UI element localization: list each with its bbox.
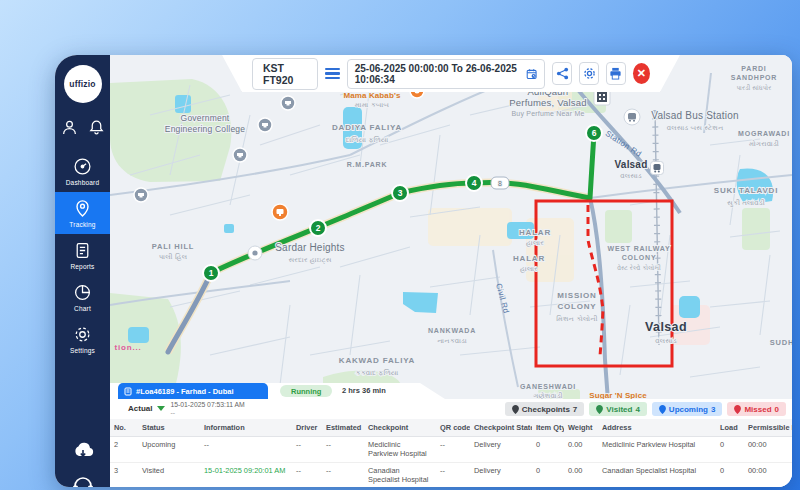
svg-text:Mama Kabab's: Mama Kabab's	[344, 91, 401, 100]
table-cell: Canadian Specialist Hospital	[598, 462, 716, 487]
table-cell: --	[436, 437, 470, 463]
svg-text:મોગરાવાડી: મોગરાવાડી	[749, 140, 779, 147]
svg-text:SUKI TALAVDI: SUKI TALAVDI	[714, 186, 778, 195]
share-icon	[556, 67, 569, 80]
trip-tab[interactable]: #Loa46189 - Farhad - Dubai	[118, 383, 268, 399]
table-cell: 00:00	[744, 462, 792, 487]
sidebar-nav: Dashboard Tracking Reports Chart	[55, 150, 110, 360]
svg-text:મિશન કોલોની: મિશન કોલોની	[556, 315, 597, 322]
menu-icon[interactable]	[325, 67, 340, 81]
print-button[interactable]	[606, 62, 626, 85]
close-button[interactable]: ✕	[633, 63, 650, 84]
bus-station-icon	[624, 109, 640, 125]
route-marker-3[interactable]: 3	[392, 185, 408, 201]
dashboard-icon	[73, 157, 92, 176]
table-cell: --	[322, 462, 364, 487]
table-cell: --	[292, 462, 322, 487]
table-cell: --	[436, 462, 470, 487]
bell-icon[interactable]	[88, 119, 105, 136]
svg-text:મામા કબાબ: મામા કબાબ	[355, 101, 390, 108]
table-cell: Delivery	[470, 462, 532, 487]
column-header: Weight	[564, 419, 598, 437]
svg-text:HALAR: HALAR	[513, 254, 545, 263]
actual-dropdown-icon[interactable]	[157, 406, 165, 411]
visited-badge[interactable]: Visited4	[589, 402, 647, 416]
svg-text:વલસાડ: વલસાડ	[620, 172, 642, 179]
sidebar: uffizio Dashboard Tracking	[55, 55, 110, 487]
svg-text:3: 3	[398, 188, 403, 198]
svg-text:R.M.PARK: R.M.PARK	[347, 161, 388, 168]
actual-label: Actual	[128, 404, 152, 413]
svg-text:SUDH: SUDH	[770, 338, 792, 347]
column-header: Checkpoint State	[470, 419, 532, 437]
column-header: Status	[138, 419, 200, 437]
missed-badge[interactable]: Missed0	[727, 402, 786, 416]
table-row[interactable]: 2Upcoming------Mediclinic Parkview Hospi…	[110, 437, 792, 463]
map[interactable]: 8 Government Engineering College DADIYA …	[110, 55, 792, 401]
svg-text:સુકી તલાવડી: સુકી તલાવડી	[727, 199, 765, 207]
sidebar-item-reports[interactable]: Reports	[55, 234, 110, 276]
table-cell: 0	[532, 462, 564, 487]
table-cell: 0.00	[564, 437, 598, 463]
calendar-icon	[526, 67, 537, 81]
table-row[interactable]: 3Visited15-01-2025 09:20:01 AM----Canadi…	[110, 462, 792, 487]
uffizio-logo[interactable]: uffizio	[64, 65, 102, 103]
svg-text:કકવાદ ફળિયા: કકવાદ ફળિયા	[356, 369, 399, 376]
svg-text:MISSION: MISSION	[557, 291, 596, 300]
sidebar-item-dashboard[interactable]: Dashboard	[55, 150, 110, 192]
user-icon[interactable]	[61, 119, 78, 136]
svg-text:Sardar Heights: Sardar Heights	[275, 242, 345, 253]
checkpoint-panel: #Loa46189 - Farhad - Dubai Running 2 hrs…	[110, 383, 792, 487]
pie-chart-icon	[73, 283, 92, 302]
route-marker-2[interactable]: 2	[310, 220, 326, 236]
sidebar-item-tracking[interactable]: Tracking	[55, 192, 110, 234]
column-header: Address	[598, 419, 716, 437]
route-marker-1[interactable]: 1	[203, 265, 219, 281]
actual-time: 15-01-2025 07:53:11 AM	[170, 401, 244, 409]
svg-text:વલસાડ: વલસાડ	[655, 337, 677, 344]
sidebar-item-settings[interactable]: Settings	[55, 318, 110, 360]
trip-status-badge: Running	[280, 385, 332, 397]
share-button[interactable]	[552, 62, 572, 85]
svg-text:Government: Government	[181, 113, 230, 123]
summary-badges: Checkpoints7 Visited4 Upcoming3 Missed0	[505, 402, 786, 416]
svg-text:Buy Perfume Near Me: Buy Perfume Near Me	[511, 110, 584, 118]
column-header: QR code	[436, 419, 470, 437]
svg-text:tion...: tion...	[115, 343, 142, 352]
app-window: uffizio Dashboard Tracking	[55, 55, 792, 487]
actual-sub: --	[170, 409, 244, 417]
table-cell: Mediclinic Parkview Hospital	[598, 437, 716, 463]
map-panel: 8 Government Engineering College DADIYA …	[110, 55, 792, 487]
trip-info-row: Actual 15-01-2025 07:53:11 AM -- Checkpo…	[110, 399, 792, 419]
svg-text:NANKWADA: NANKWADA	[428, 327, 476, 334]
vehicle-selector[interactable]: KST FT920	[252, 58, 318, 90]
column-header: Permissible Halt	[744, 419, 792, 437]
table-cell: --	[322, 437, 364, 463]
svg-text:Valsad: Valsad	[645, 320, 687, 334]
date-range-picker[interactable]: 25-06-2025 00:00:00 To 26-06-2025 10:06:…	[347, 59, 546, 89]
cloud-download-icon[interactable]	[70, 439, 96, 461]
svg-text:PARDI: PARDI	[741, 65, 766, 72]
gear-icon	[583, 67, 596, 80]
table-cell: Mediclinic Parkview Hospital	[364, 437, 436, 463]
checkpoints-badge[interactable]: Checkpoints7	[505, 402, 584, 416]
sidebar-item-chart[interactable]: Chart	[55, 276, 110, 318]
table-cell: Canadian Specialist Hospital	[364, 462, 436, 487]
svg-text:દાળિયા ફળિયા: દાળિયા ફળિયા	[346, 136, 389, 143]
upcoming-badge[interactable]: Upcoming3	[652, 402, 723, 416]
svg-text:હાલાર: હાલાર	[526, 239, 544, 247]
route-marker-4[interactable]: 4	[466, 175, 482, 191]
table-cell: Visited	[138, 462, 200, 487]
printer-icon	[609, 67, 622, 80]
settings-button[interactable]	[579, 62, 599, 85]
column-header: Information	[200, 419, 292, 437]
route-marker-6[interactable]: 6	[586, 125, 602, 141]
pin-icon	[596, 405, 603, 414]
column-header: Checkpoint	[364, 419, 436, 437]
svg-text:HALAR: HALAR	[519, 228, 551, 237]
table-cell: 3	[110, 462, 138, 487]
headset-icon[interactable]	[71, 475, 95, 487]
svg-text:WEST RAILWAY: WEST RAILWAY	[607, 245, 670, 252]
svg-text:વલસાડ બસ સ્ટેશન: વલસાડ બસ સ્ટેશન	[667, 124, 724, 131]
svg-text:નાનકવાડા: નાનકવાડા	[437, 337, 467, 344]
